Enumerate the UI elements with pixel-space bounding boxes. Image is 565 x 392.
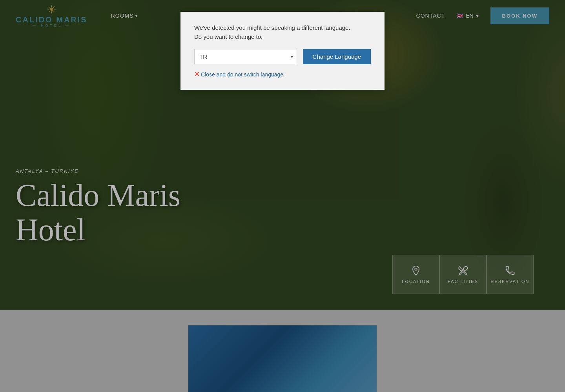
language-select-wrapper: TR EN DE FR RU ▾	[194, 49, 297, 64]
modal-overlay: We've detected you might be speaking a d…	[0, 0, 565, 392]
modal-line1: We've detected you might be speaking a d…	[194, 24, 350, 31]
modal-controls: TR EN DE FR RU ▾ Change Language	[194, 49, 371, 64]
modal-message: We've detected you might be speaking a d…	[194, 24, 371, 41]
close-link-text: Close and do not switch language	[201, 71, 283, 78]
language-modal: We've detected you might be speaking a d…	[180, 12, 385, 90]
close-language-link[interactable]: ✕ Close and do not switch language	[194, 71, 371, 78]
modal-line2: Do you want to change to:	[194, 33, 262, 40]
change-language-button[interactable]: Change Language	[303, 49, 371, 64]
close-x-icon: ✕	[194, 71, 199, 78]
language-select[interactable]: TR EN DE FR RU	[194, 49, 297, 64]
